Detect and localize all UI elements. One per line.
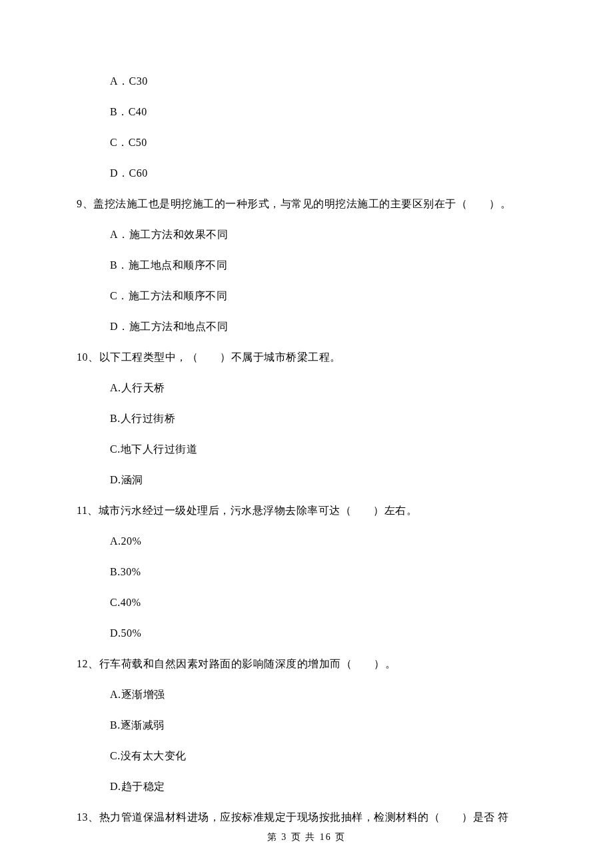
option-item: C.40% xyxy=(110,595,536,611)
option-item: D.趋于稳定 xyxy=(110,779,536,795)
option-letter: C. xyxy=(110,443,121,455)
question-number: 10、 xyxy=(77,351,99,363)
question-text-after: ）。 xyxy=(489,198,511,209)
option-letter: B. xyxy=(110,566,121,577)
option-text: 地下人行过街道 xyxy=(121,443,198,455)
option-letter: C． xyxy=(110,137,129,148)
question-12: 12、行车荷载和自然因素对路面的影响随深度的增加而（ ）。 xyxy=(77,656,536,672)
option-text: C50 xyxy=(129,137,147,148)
option-text: 施工方法和效果不同 xyxy=(129,229,229,240)
option-item: A．施工方法和效果不同 xyxy=(110,227,536,243)
option-text: 逐渐增强 xyxy=(121,689,165,700)
blank xyxy=(440,811,462,823)
option-item: B．C40 xyxy=(110,104,536,120)
option-text: C30 xyxy=(129,75,148,87)
option-text: 涵洞 xyxy=(121,474,143,485)
page-footer: 第 3 页 共 16 页 xyxy=(0,830,613,844)
question-text-before: 行车荷载和自然因素对路面的影响随深度的增加而（ xyxy=(99,658,352,669)
option-letter: D. xyxy=(110,627,121,639)
option-text: 50% xyxy=(121,627,142,639)
option-letter: A． xyxy=(110,229,129,240)
question-text-after: ）是否 符 xyxy=(462,811,509,823)
option-letter: C. xyxy=(110,750,121,761)
option-text: 人行天桥 xyxy=(121,382,165,393)
option-letter: A． xyxy=(110,75,129,87)
question-text-after: ）不属于城市桥梁工程。 xyxy=(220,351,341,363)
blank xyxy=(352,658,374,669)
question-10: 10、以下工程类型中，（ ）不属于城市桥梁工程。 xyxy=(77,349,536,365)
blank xyxy=(351,505,373,516)
option-item: B.30% xyxy=(110,564,536,580)
option-letter: D. xyxy=(110,474,121,485)
option-item: A．C30 xyxy=(110,73,536,89)
option-text: 40% xyxy=(121,597,141,608)
option-letter: B. xyxy=(110,719,121,731)
question-11: 11、城市污水经过一级处理后，污水悬浮物去除率可达（ ）左右。 xyxy=(77,503,536,519)
question-text-after: ）。 xyxy=(374,658,396,669)
option-text: 施工方法和地点不同 xyxy=(129,321,229,332)
option-item: C．C50 xyxy=(110,135,536,151)
option-letter: B. xyxy=(110,413,121,424)
option-letter: C. xyxy=(110,597,121,608)
question-number: 13、 xyxy=(77,811,99,823)
option-item: B．施工地点和顺序不同 xyxy=(110,257,536,273)
option-letter: A. xyxy=(110,382,121,393)
question-number: 12、 xyxy=(77,658,99,669)
option-item: A.20% xyxy=(110,533,536,549)
option-item: A.人行天桥 xyxy=(110,380,536,396)
option-text: 30% xyxy=(121,566,141,577)
option-item: A.逐渐增强 xyxy=(110,687,536,703)
option-text: 人行过街桥 xyxy=(121,413,176,424)
option-letter: A. xyxy=(110,689,121,700)
option-item: D．施工方法和地点不同 xyxy=(110,319,536,335)
option-item: B.逐渐减弱 xyxy=(110,717,536,733)
question-text-before: 盖挖法施工也是明挖施工的一种形式，与常见的明挖法施工的主要区别在于（ xyxy=(93,198,467,209)
option-item: C．施工方法和顺序不同 xyxy=(110,288,536,304)
blank xyxy=(467,198,489,209)
option-item: D．C60 xyxy=(110,165,536,181)
option-text: 逐渐减弱 xyxy=(121,719,165,731)
option-letter: D. xyxy=(110,781,121,792)
option-letter: C． xyxy=(110,290,129,301)
document-content: A．C30 B．C40 C．C50 D．C60 9、盖挖法施工也是明挖施工的一种… xyxy=(0,0,613,825)
option-item: D.50% xyxy=(110,625,536,641)
option-letter: A. xyxy=(110,535,121,547)
question-13: 13、热力管道保温材料进场，应按标准规定于现场按批抽样，检测材料的（ ）是否 符 xyxy=(77,809,536,825)
option-item: B.人行过街桥 xyxy=(110,411,536,427)
option-letter: D． xyxy=(110,167,129,179)
option-text: 施工地点和顺序不同 xyxy=(129,259,228,271)
option-text: 20% xyxy=(121,535,142,547)
question-text-before: 城市污水经过一级处理后，污水悬浮物去除率可达（ xyxy=(99,505,352,516)
question-text-after: ）左右。 xyxy=(373,505,417,516)
question-number: 9、 xyxy=(77,198,93,209)
option-letter: D． xyxy=(110,321,129,332)
option-item: C.没有太大变化 xyxy=(110,748,536,764)
blank xyxy=(198,351,220,363)
option-text: 施工方法和顺序不同 xyxy=(129,290,228,301)
question-9: 9、盖挖法施工也是明挖施工的一种形式，与常见的明挖法施工的主要区别在于（ ）。 xyxy=(77,196,536,212)
option-item: C.地下人行过街道 xyxy=(110,441,536,457)
option-letter: B． xyxy=(110,106,129,117)
option-text: 没有太大变化 xyxy=(121,750,187,761)
question-number: 11、 xyxy=(77,505,99,516)
question-text-before: 以下工程类型中，（ xyxy=(99,351,199,363)
option-text: 趋于稳定 xyxy=(121,781,165,792)
option-text: C40 xyxy=(129,106,147,117)
option-item: D.涵洞 xyxy=(110,472,536,488)
option-letter: B． xyxy=(110,259,129,271)
option-text: C60 xyxy=(129,167,148,179)
question-text-before: 热力管道保温材料进场，应按标准规定于现场按批抽样，检测材料的（ xyxy=(99,811,440,823)
